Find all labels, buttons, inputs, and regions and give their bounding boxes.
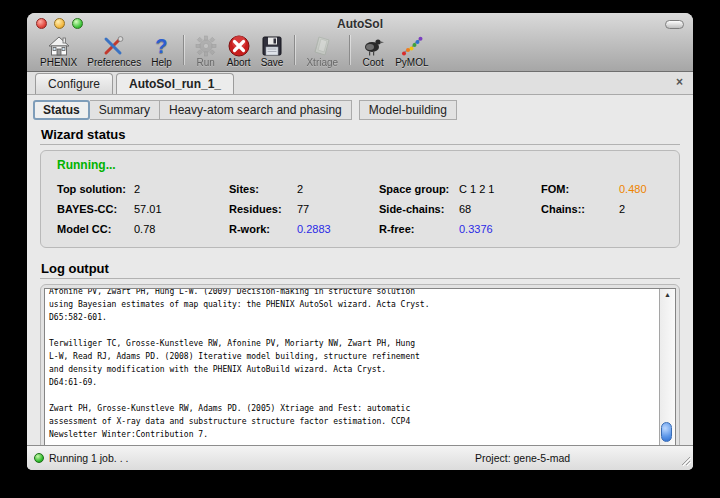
- stat-value: 57.01: [134, 203, 229, 215]
- window-chrome: AutoSol PHENIX: [27, 13, 693, 72]
- toolbar-button-abort[interactable]: Abort: [222, 35, 256, 68]
- save-icon: [261, 35, 283, 57]
- stat-empty: [541, 223, 619, 235]
- status-bar: Running 1 job. . . Project: gene-5-mad: [27, 445, 693, 470]
- stat-label: Side-chains:: [379, 203, 459, 215]
- toolbar-label: Xtriage: [306, 57, 338, 68]
- stat-value: 77: [297, 203, 379, 215]
- pymol-icon: [400, 35, 424, 57]
- notebook-tab-row: Configure AutoSol_run_1_ ×: [27, 72, 693, 95]
- wizard-status-panel: Running... Top solution: 2 Sites: 2 Spac…: [40, 150, 680, 248]
- stat-label: BAYES-CC:: [57, 203, 134, 215]
- stat-label: R-free:: [379, 223, 459, 235]
- stat-value-rfree: 0.3376: [459, 223, 541, 235]
- autosol-window: AutoSol PHENIX: [27, 13, 693, 470]
- toolbar-label: PHENIX: [40, 57, 77, 68]
- log-scrollbar[interactable]: ▲ ▼: [659, 289, 675, 455]
- toolbar-button-preferences[interactable]: Preferences: [82, 35, 146, 68]
- toolbar-label: Save: [261, 57, 284, 68]
- divider: [40, 144, 680, 145]
- window-title: AutoSol: [27, 17, 693, 31]
- stat-value: 68: [459, 203, 541, 215]
- stat-label: FOM:: [541, 183, 619, 195]
- toolbar-button-coot[interactable]: Coot: [356, 35, 390, 68]
- title-bar[interactable]: AutoSol: [27, 13, 693, 35]
- divider: [40, 278, 680, 279]
- status-bar-message: Running 1 job. . .: [49, 452, 128, 464]
- toolbar-button-xtriage: Xtriage: [301, 35, 343, 68]
- status-bar-project: Project: gene-5-mad: [475, 452, 570, 464]
- tab-autosol-run-1[interactable]: AutoSol_run_1_: [116, 73, 234, 94]
- home-icon: [47, 35, 71, 57]
- log-text: Afonine PV, Zwart PH, Hung L-W. (2009) D…: [45, 288, 659, 455]
- toolbar-label: Preferences: [87, 57, 141, 68]
- toolbar-button-run: Run: [190, 35, 222, 68]
- wizard-subtabs: Status Summary Heavy-atom search and pha…: [27, 95, 693, 120]
- subtab-status[interactable]: Status: [33, 100, 90, 120]
- stat-value: 2: [619, 203, 679, 215]
- close-tab-icon[interactable]: ×: [676, 76, 683, 88]
- running-status-text: Running...: [57, 158, 679, 172]
- job-running-dot-icon: [34, 453, 44, 463]
- toolbar-toggle-button[interactable]: [665, 20, 684, 29]
- toolbar-separator: [294, 35, 295, 65]
- subtab-heavy-atom[interactable]: Heavy-atom search and phasing: [160, 100, 352, 120]
- subtab-model-building[interactable]: Model-building: [359, 100, 457, 120]
- toolbar-button-phenix[interactable]: PHENIX: [35, 35, 82, 68]
- toolbar-separator: [183, 35, 184, 65]
- stat-label: R-work:: [229, 223, 297, 235]
- question-icon: ?: [155, 35, 167, 57]
- abort-icon: [228, 35, 250, 57]
- log-text-area[interactable]: Afonine PV, Zwart PH, Hung L-W. (2009) D…: [44, 288, 676, 456]
- stat-label: Model CC:: [57, 223, 134, 235]
- stat-label: Sites:: [229, 183, 297, 195]
- tab-configure[interactable]: Configure: [35, 73, 113, 94]
- toolbar-label: Run: [197, 57, 215, 68]
- toolbar-separator: [349, 35, 350, 65]
- wizard-status-heading: Wizard status: [41, 127, 679, 142]
- stat-value-rwork: 0.2883: [297, 223, 379, 235]
- stat-value: 2: [134, 183, 229, 195]
- toolbar-button-help[interactable]: ? Help: [146, 35, 177, 68]
- crystal-icon: [310, 35, 334, 57]
- scroll-up-icon[interactable]: ▲: [660, 289, 675, 301]
- toolbar-label: Abort: [227, 57, 251, 68]
- log-output-groupbox: Afonine PV, Zwart PH, Hung L-W. (2009) D…: [40, 284, 680, 470]
- scrollbar-thumb[interactable]: [661, 422, 672, 442]
- stat-value: 2: [297, 183, 379, 195]
- status-page: Wizard status Running... Top solution: 2…: [27, 127, 693, 470]
- stat-label: Space group:: [379, 183, 459, 195]
- toolbar-label: Coot: [363, 57, 384, 68]
- stat-label: Top solution:: [57, 183, 134, 195]
- toolbar-button-pymol[interactable]: PyMOL: [390, 35, 433, 68]
- toolbar-button-save[interactable]: Save: [256, 35, 289, 68]
- subtab-summary[interactable]: Summary: [90, 100, 160, 120]
- stat-empty: [619, 223, 679, 235]
- toolbar: PHENIX Preferences ? Help: [27, 35, 693, 71]
- resize-grip[interactable]: [679, 454, 691, 468]
- wizard-stats-grid: Top solution: 2 Sites: 2 Space group: C …: [57, 183, 679, 235]
- tools-icon: [102, 35, 126, 57]
- bird-icon: [361, 35, 385, 57]
- stat-value-fom: 0.480: [619, 183, 679, 195]
- stat-value: C 1 2 1: [459, 183, 541, 195]
- stat-value: 0.78: [134, 223, 229, 235]
- stat-label: Chains::: [541, 203, 619, 215]
- log-output-heading: Log output: [41, 261, 679, 276]
- stat-label: Residues:: [229, 203, 297, 215]
- gear-icon: [195, 35, 217, 57]
- toolbar-label: Help: [151, 57, 172, 68]
- toolbar-label: PyMOL: [395, 57, 428, 68]
